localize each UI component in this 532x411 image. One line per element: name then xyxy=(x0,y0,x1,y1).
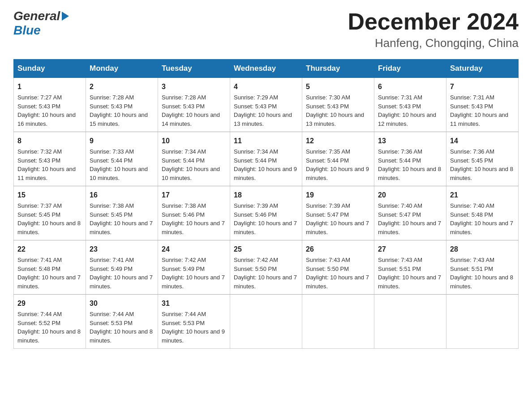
day-number: 14 xyxy=(450,136,515,146)
calendar-cell: 20Sunrise: 7:40 AMSunset: 5:47 PMDayligh… xyxy=(374,186,446,240)
day-info: Sunrise: 7:38 AMSunset: 5:45 PMDaylight:… xyxy=(90,202,153,235)
day-number: 29 xyxy=(17,298,82,309)
calendar-header-wednesday: Wednesday xyxy=(230,60,302,78)
day-number: 3 xyxy=(162,81,226,92)
day-number: 7 xyxy=(450,81,515,92)
calendar-cell: 17Sunrise: 7:38 AMSunset: 5:46 PMDayligh… xyxy=(158,186,230,240)
calendar-cell xyxy=(302,295,374,349)
day-number: 2 xyxy=(90,81,154,92)
day-number: 30 xyxy=(90,298,154,309)
day-info: Sunrise: 7:44 AMSunset: 5:52 PMDaylight:… xyxy=(17,311,81,344)
day-number: 16 xyxy=(90,190,154,201)
location-title: Hanfeng, Chongqing, China xyxy=(348,36,519,50)
calendar-cell: 25Sunrise: 7:42 AMSunset: 5:50 PMDayligh… xyxy=(230,240,302,295)
calendar-cell: 27Sunrise: 7:43 AMSunset: 5:51 PMDayligh… xyxy=(374,240,446,295)
calendar-header-monday: Monday xyxy=(86,60,158,78)
page-header: General Blue December 2024 Hanfeng, Chon… xyxy=(13,9,519,50)
day-info: Sunrise: 7:32 AMSunset: 5:43 PMDaylight:… xyxy=(17,148,76,181)
calendar-cell: 23Sunrise: 7:41 AMSunset: 5:49 PMDayligh… xyxy=(86,240,158,295)
day-number: 12 xyxy=(306,136,370,146)
day-info: Sunrise: 7:31 AMSunset: 5:43 PMDaylight:… xyxy=(378,94,436,127)
day-info: Sunrise: 7:41 AMSunset: 5:48 PMDaylight:… xyxy=(17,257,81,290)
day-info: Sunrise: 7:37 AMSunset: 5:45 PMDaylight:… xyxy=(17,202,81,235)
day-number: 19 xyxy=(306,190,370,201)
day-number: 9 xyxy=(90,136,154,146)
calendar-cell: 18Sunrise: 7:39 AMSunset: 5:46 PMDayligh… xyxy=(230,186,302,240)
calendar-cell: 6Sunrise: 7:31 AMSunset: 5:43 PMDaylight… xyxy=(374,78,446,132)
calendar-week-row: 29Sunrise: 7:44 AMSunset: 5:52 PMDayligh… xyxy=(14,295,519,349)
day-info: Sunrise: 7:27 AMSunset: 5:43 PMDaylight:… xyxy=(17,94,76,127)
title-section: December 2024 Hanfeng, Chongqing, China xyxy=(348,9,519,50)
day-info: Sunrise: 7:42 AMSunset: 5:50 PMDaylight:… xyxy=(234,257,297,290)
day-info: Sunrise: 7:36 AMSunset: 5:44 PMDaylight:… xyxy=(378,148,441,181)
day-info: Sunrise: 7:39 AMSunset: 5:47 PMDaylight:… xyxy=(306,202,369,235)
day-number: 18 xyxy=(234,190,298,201)
calendar-header-tuesday: Tuesday xyxy=(158,60,230,78)
day-number: 24 xyxy=(162,244,226,255)
day-number: 11 xyxy=(234,136,298,146)
calendar-cell xyxy=(374,295,446,349)
day-info: Sunrise: 7:39 AMSunset: 5:46 PMDaylight:… xyxy=(234,202,297,235)
day-number: 26 xyxy=(306,244,370,255)
day-number: 1 xyxy=(17,81,82,92)
day-info: Sunrise: 7:34 AMSunset: 5:44 PMDaylight:… xyxy=(234,148,297,181)
day-info: Sunrise: 7:28 AMSunset: 5:43 PMDaylight:… xyxy=(90,94,148,127)
calendar-cell: 8Sunrise: 7:32 AMSunset: 5:43 PMDaylight… xyxy=(14,132,86,186)
day-info: Sunrise: 7:38 AMSunset: 5:46 PMDaylight:… xyxy=(162,202,225,235)
day-number: 5 xyxy=(306,81,370,92)
calendar-cell: 4Sunrise: 7:29 AMSunset: 5:43 PMDaylight… xyxy=(230,78,302,132)
calendar-cell: 21Sunrise: 7:40 AMSunset: 5:48 PMDayligh… xyxy=(446,186,519,240)
month-title: December 2024 xyxy=(348,9,519,34)
calendar-cell: 22Sunrise: 7:41 AMSunset: 5:48 PMDayligh… xyxy=(14,240,86,295)
calendar-week-row: 1Sunrise: 7:27 AMSunset: 5:43 PMDaylight… xyxy=(14,78,519,132)
calendar-cell: 13Sunrise: 7:36 AMSunset: 5:44 PMDayligh… xyxy=(374,132,446,186)
calendar-cell: 19Sunrise: 7:39 AMSunset: 5:47 PMDayligh… xyxy=(302,186,374,240)
day-info: Sunrise: 7:35 AMSunset: 5:44 PMDaylight:… xyxy=(306,148,369,181)
day-number: 4 xyxy=(234,81,298,92)
day-number: 17 xyxy=(162,190,226,201)
day-number: 25 xyxy=(234,244,298,255)
day-info: Sunrise: 7:30 AMSunset: 5:43 PMDaylight:… xyxy=(306,94,364,127)
logo-blue-text: Blue xyxy=(13,23,41,38)
day-info: Sunrise: 7:29 AMSunset: 5:43 PMDaylight:… xyxy=(234,94,292,127)
calendar-week-row: 22Sunrise: 7:41 AMSunset: 5:48 PMDayligh… xyxy=(14,240,519,295)
calendar-cell: 11Sunrise: 7:34 AMSunset: 5:44 PMDayligh… xyxy=(230,132,302,186)
day-number: 27 xyxy=(378,244,442,255)
calendar-cell: 31Sunrise: 7:44 AMSunset: 5:53 PMDayligh… xyxy=(158,295,230,349)
calendar-cell: 7Sunrise: 7:31 AMSunset: 5:43 PMDaylight… xyxy=(446,78,519,132)
day-info: Sunrise: 7:34 AMSunset: 5:44 PMDaylight:… xyxy=(162,148,220,181)
calendar-cell: 2Sunrise: 7:28 AMSunset: 5:43 PMDaylight… xyxy=(86,78,158,132)
day-info: Sunrise: 7:31 AMSunset: 5:43 PMDaylight:… xyxy=(450,94,508,127)
calendar-cell xyxy=(446,295,519,349)
day-number: 13 xyxy=(378,136,442,146)
day-number: 21 xyxy=(450,190,515,201)
day-info: Sunrise: 7:43 AMSunset: 5:50 PMDaylight:… xyxy=(306,257,369,290)
day-info: Sunrise: 7:40 AMSunset: 5:47 PMDaylight:… xyxy=(378,202,441,235)
day-info: Sunrise: 7:43 AMSunset: 5:51 PMDaylight:… xyxy=(450,257,513,290)
calendar-week-row: 8Sunrise: 7:32 AMSunset: 5:43 PMDaylight… xyxy=(14,132,519,186)
calendar-cell: 5Sunrise: 7:30 AMSunset: 5:43 PMDaylight… xyxy=(302,78,374,132)
calendar-cell: 28Sunrise: 7:43 AMSunset: 5:51 PMDayligh… xyxy=(446,240,519,295)
calendar-cell: 24Sunrise: 7:42 AMSunset: 5:49 PMDayligh… xyxy=(158,240,230,295)
day-info: Sunrise: 7:42 AMSunset: 5:49 PMDaylight:… xyxy=(162,257,225,290)
day-number: 22 xyxy=(17,244,82,255)
day-number: 15 xyxy=(17,190,82,201)
calendar-cell: 30Sunrise: 7:44 AMSunset: 5:53 PMDayligh… xyxy=(86,295,158,349)
logo: General Blue xyxy=(13,9,69,38)
day-info: Sunrise: 7:36 AMSunset: 5:45 PMDaylight:… xyxy=(450,148,513,181)
calendar-header-row: SundayMondayTuesdayWednesdayThursdayFrid… xyxy=(14,60,519,78)
day-info: Sunrise: 7:33 AMSunset: 5:44 PMDaylight:… xyxy=(90,148,148,181)
day-number: 8 xyxy=(17,136,82,146)
logo-general-text: General xyxy=(13,9,60,23)
day-info: Sunrise: 7:41 AMSunset: 5:49 PMDaylight:… xyxy=(90,257,153,290)
day-number: 20 xyxy=(378,190,442,201)
calendar-cell: 14Sunrise: 7:36 AMSunset: 5:45 PMDayligh… xyxy=(446,132,519,186)
day-info: Sunrise: 7:40 AMSunset: 5:48 PMDaylight:… xyxy=(450,202,513,235)
calendar-cell: 12Sunrise: 7:35 AMSunset: 5:44 PMDayligh… xyxy=(302,132,374,186)
day-info: Sunrise: 7:28 AMSunset: 5:43 PMDaylight:… xyxy=(162,94,220,127)
calendar-cell: 15Sunrise: 7:37 AMSunset: 5:45 PMDayligh… xyxy=(14,186,86,240)
calendar-header-saturday: Saturday xyxy=(446,60,519,78)
calendar-cell: 10Sunrise: 7:34 AMSunset: 5:44 PMDayligh… xyxy=(158,132,230,186)
calendar-cell: 16Sunrise: 7:38 AMSunset: 5:45 PMDayligh… xyxy=(86,186,158,240)
logo-arrow-icon xyxy=(62,12,69,21)
